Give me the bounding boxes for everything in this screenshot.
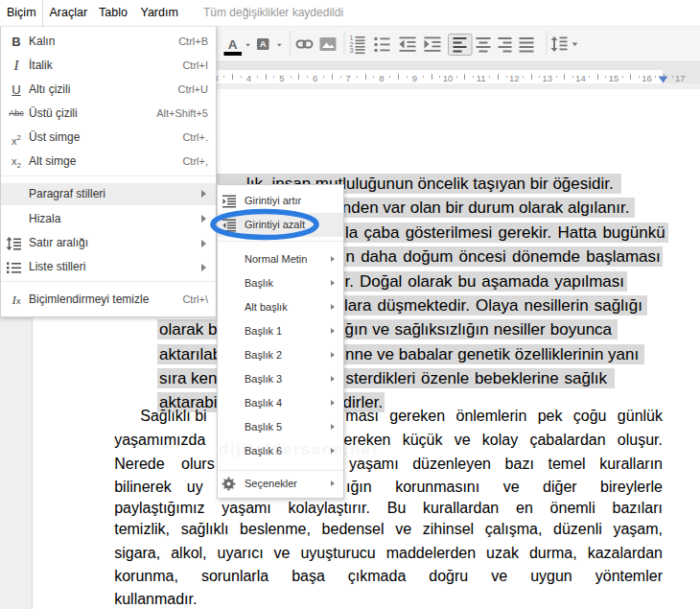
svg-text:A: A bbox=[260, 39, 267, 49]
svg-text:3: 3 bbox=[350, 47, 354, 54]
svg-text:A: A bbox=[228, 37, 238, 52]
